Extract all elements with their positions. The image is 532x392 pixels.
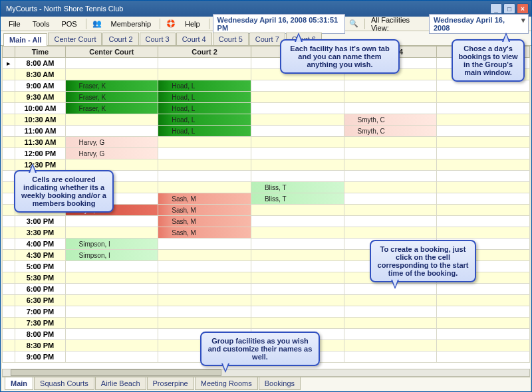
schedule-cell[interactable]: [251, 239, 344, 250]
schedule-cell[interactable]: Simpson, I: [65, 250, 158, 261]
schedule-cell[interactable]: [65, 159, 158, 171]
booking[interactable]: Hoad, L: [158, 103, 251, 114]
schedule-cell[interactable]: [344, 137, 437, 148]
date-picker[interactable]: Wednesday April 16, 2008: [429, 14, 529, 34]
schedule-cell[interactable]: Fraser, K: [65, 80, 158, 92]
schedule-cell[interactable]: [65, 318, 158, 329]
schedule-cell[interactable]: [158, 137, 251, 148]
schedule-cell[interactable]: [344, 92, 437, 103]
facility-tab[interactable]: Main - All: [3, 33, 47, 46]
schedule-cell[interactable]: [437, 340, 530, 351]
booking[interactable]: Fraser, K: [66, 80, 158, 91]
booking[interactable]: Bliss, T: [251, 193, 344, 204]
schedule-cell[interactable]: [344, 182, 437, 193]
booking[interactable]: Smyth, C: [344, 114, 437, 125]
booking[interactable]: Bliss, T: [251, 182, 344, 193]
schedule-cell[interactable]: Harvy, G: [65, 137, 158, 148]
schedule-cell[interactable]: [437, 227, 530, 239]
booking[interactable]: Sash, M: [158, 216, 251, 227]
schedule-cell[interactable]: [158, 58, 251, 69]
menu-file[interactable]: File: [3, 19, 26, 29]
schedule-cell[interactable]: Bliss, T: [251, 193, 344, 205]
schedule-cell[interactable]: [251, 159, 344, 171]
schedule-cell[interactable]: [344, 205, 437, 216]
schedule-cell[interactable]: [344, 216, 437, 227]
booking[interactable]: Hoad, L: [158, 92, 251, 102]
schedule-cell[interactable]: [344, 227, 437, 239]
schedule-cell[interactable]: [344, 295, 437, 306]
schedule-cell[interactable]: [251, 137, 344, 148]
schedule-cell[interactable]: [65, 295, 158, 306]
schedule-cell[interactable]: [344, 159, 437, 171]
schedule-cell[interactable]: [65, 227, 158, 239]
schedule-cell[interactable]: [437, 148, 530, 159]
schedule-cell[interactable]: Harvy, G: [65, 148, 158, 159]
schedule-cell[interactable]: [251, 227, 344, 239]
schedule-cell[interactable]: [158, 261, 251, 272]
schedule-cell[interactable]: [344, 80, 437, 92]
schedule-cell[interactable]: [437, 171, 530, 182]
schedule-cell[interactable]: [65, 306, 158, 318]
schedule-cell[interactable]: [437, 103, 530, 114]
booking[interactable]: Sash, M: [158, 205, 251, 215]
schedule-cell[interactable]: [158, 284, 251, 295]
close-button[interactable]: ×: [517, 3, 529, 14]
schedule-cell[interactable]: Sash, M: [158, 193, 251, 205]
schedule-cell[interactable]: Sash, M: [158, 227, 251, 239]
schedule-cell[interactable]: [65, 58, 158, 69]
booking[interactable]: Fraser, K: [66, 92, 158, 102]
schedule-cell[interactable]: [437, 193, 530, 205]
schedule-cell[interactable]: [65, 114, 158, 126]
schedule-cell[interactable]: [344, 351, 437, 363]
schedule-cell[interactable]: [251, 103, 344, 114]
schedule-cell[interactable]: [158, 306, 251, 318]
menu-pos[interactable]: POS: [56, 19, 82, 29]
schedule-cell[interactable]: [437, 114, 530, 126]
group-tab[interactable]: Airlie Beach: [95, 377, 146, 390]
schedule-cell[interactable]: [65, 329, 158, 340]
schedule-cell[interactable]: Fraser, K: [65, 103, 158, 114]
booking[interactable]: Simpson, I: [66, 250, 158, 260]
schedule-cell[interactable]: [251, 171, 344, 182]
schedule-cell[interactable]: [437, 137, 530, 148]
schedule-cell[interactable]: [251, 216, 344, 227]
schedule-cell[interactable]: Smyth, C: [344, 126, 437, 137]
schedule-cell[interactable]: [437, 351, 530, 363]
booking[interactable]: Smyth, C: [344, 126, 437, 136]
schedule-cell[interactable]: [437, 159, 530, 171]
booking[interactable]: Hoad, L: [158, 114, 251, 125]
booking[interactable]: Simpson, I: [66, 239, 158, 249]
schedule-cell[interactable]: Simpson, I: [65, 239, 158, 250]
schedule-cell[interactable]: [437, 216, 530, 227]
column-header[interactable]: Court 2: [158, 47, 251, 58]
schedule-cell[interactable]: Hoad, L: [158, 126, 251, 137]
column-header[interactable]: Time: [15, 47, 65, 58]
schedule-cell[interactable]: [158, 272, 251, 284]
schedule-cell[interactable]: [437, 92, 530, 103]
facility-tab[interactable]: Court 4: [176, 33, 212, 45]
schedule-cell[interactable]: [65, 261, 158, 272]
group-tab[interactable]: Main: [5, 377, 33, 390]
schedule-cell[interactable]: [251, 295, 344, 306]
facility-tab[interactable]: Court 2: [102, 33, 138, 45]
schedule-cell[interactable]: Smyth, C: [344, 114, 437, 126]
schedule-cell[interactable]: Hoad, L: [158, 103, 251, 114]
booking[interactable]: Fraser, K: [66, 103, 158, 114]
schedule-cell[interactable]: [344, 306, 437, 318]
group-tab[interactable]: Meeting Rooms: [195, 377, 258, 390]
schedule-cell[interactable]: [344, 171, 437, 182]
schedule-cell[interactable]: Hoad, L: [158, 114, 251, 126]
schedule-cell[interactable]: Hoad, L: [158, 80, 251, 92]
schedule-cell[interactable]: [251, 148, 344, 159]
schedule-cell[interactable]: [437, 205, 530, 216]
schedule-cell[interactable]: [251, 261, 344, 272]
facility-tab[interactable]: Center Court: [48, 33, 102, 45]
facility-tab[interactable]: Court 3: [140, 33, 176, 45]
schedule-cell[interactable]: [158, 148, 251, 159]
schedule-cell[interactable]: [158, 250, 251, 261]
schedule-cell[interactable]: [251, 114, 344, 126]
schedule-cell[interactable]: [344, 284, 437, 295]
group-tab[interactable]: Bookings: [259, 377, 301, 390]
schedule-cell[interactable]: [158, 318, 251, 329]
column-header[interactable]: Center Court: [65, 47, 158, 58]
